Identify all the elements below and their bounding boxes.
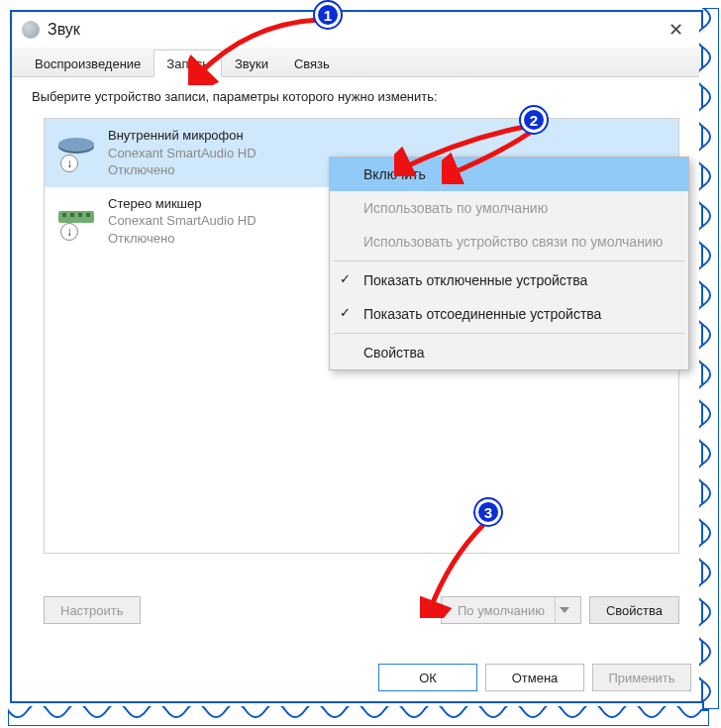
tabs: Воспроизведение Запись Звуки Связь [12, 48, 701, 77]
torn-edge-icon [8, 706, 709, 726]
annotation-marker-1: 1 [315, 2, 341, 28]
properties-button[interactable]: Свойства [589, 596, 679, 624]
svg-rect-5 [78, 213, 82, 217]
annotation-marker-2: 2 [521, 107, 547, 133]
separator [334, 333, 684, 334]
device-name: Внутренний микрофон [108, 127, 257, 145]
ctx-set-default[interactable]: Использовать по умолчанию [330, 191, 688, 225]
window-title: Звук [48, 21, 80, 39]
device-status: Отключено [108, 161, 257, 179]
svg-rect-4 [70, 213, 74, 217]
set-default-button[interactable]: По умолчанию [441, 596, 581, 624]
apply-button[interactable]: Применить [592, 664, 691, 691]
ctx-show-disabled[interactable]: Показать отключенные устройства [330, 263, 688, 297]
ctx-set-default-comm[interactable]: Использовать устройство связи по умолчан… [330, 225, 688, 259]
torn-edge-icon [699, 8, 719, 709]
svg-rect-3 [62, 213, 66, 217]
down-arrow-badge-icon: ↓ [60, 223, 78, 241]
annotation-marker-3: 3 [475, 499, 501, 525]
device-name: Стерео микшер [108, 195, 257, 213]
ctx-enable[interactable]: Включить [330, 157, 688, 191]
ok-button[interactable]: ОК [378, 664, 477, 691]
svg-point-1 [58, 138, 94, 152]
titlebar: Звук ✕ [12, 12, 701, 48]
device-driver: Conexant SmartAudio HD [108, 145, 257, 162]
separator [334, 260, 684, 261]
set-default-label: По умолчанию [458, 603, 545, 618]
sound-icon [22, 21, 40, 39]
tab-playback[interactable]: Воспроизведение [22, 50, 154, 77]
device-status: Отключено [108, 230, 257, 248]
cancel-button[interactable]: Отмена [485, 664, 584, 691]
instruction-text: Выберите устройство записи, параметры ко… [12, 77, 701, 112]
down-arrow-badge-icon: ↓ [60, 155, 78, 172]
svg-rect-6 [86, 213, 90, 217]
dialog-buttons: ОК Отмена Применить [378, 664, 691, 691]
tab-sounds[interactable]: Звуки [222, 50, 281, 77]
tab-recording[interactable]: Запись [154, 50, 222, 77]
device-actions-bar: Настроить По умолчанию Свойства [44, 582, 679, 638]
ctx-show-disconnected[interactable]: Показать отсоединенные устройства [330, 297, 688, 331]
device-driver: Conexant SmartAudio HD [108, 212, 257, 230]
chevron-down-icon[interactable] [555, 597, 574, 623]
mixer-icon: ↓ [54, 195, 98, 239]
configure-button[interactable]: Настроить [44, 596, 141, 624]
close-button[interactable]: ✕ [656, 15, 695, 45]
tab-communications[interactable]: Связь [281, 50, 343, 77]
ctx-properties[interactable]: Свойства [330, 336, 688, 369]
microphone-icon: ↓ [54, 127, 98, 170]
context-menu: Включить Использовать по умолчанию Испол… [329, 156, 689, 370]
